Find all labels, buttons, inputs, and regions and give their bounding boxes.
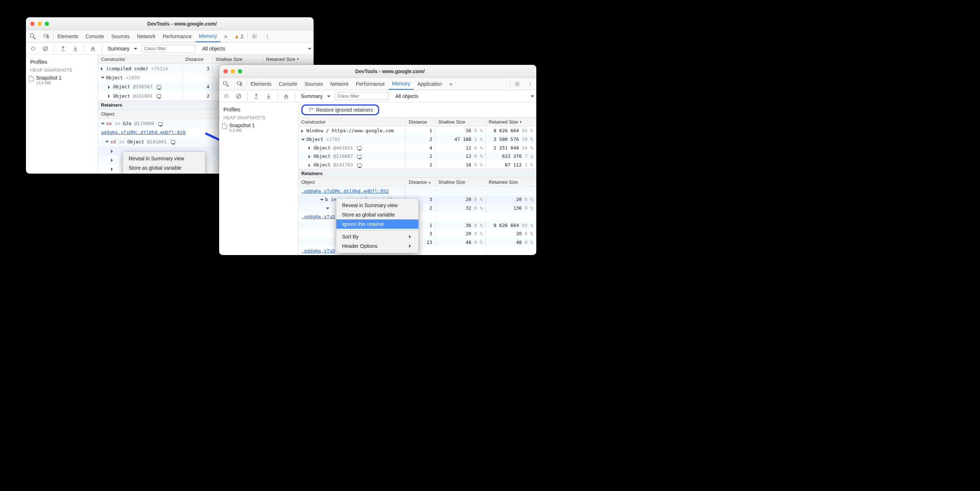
expand-icon[interactable]	[309, 155, 312, 159]
minimize-icon[interactable]	[231, 69, 235, 73]
issues-warning[interactable]: ▲2	[231, 30, 247, 42]
collapse-icon[interactable]	[101, 123, 105, 126]
record-icon[interactable]	[28, 44, 38, 54]
objects-mode-label: All objects	[202, 46, 225, 51]
tab-network[interactable]: Network	[326, 78, 352, 90]
inspect-icon[interactable]	[219, 78, 233, 90]
class-filter-input[interactable]	[142, 44, 196, 52]
device-toggle-icon[interactable]	[40, 30, 53, 42]
col-retained[interactable]: Retained Size	[263, 55, 313, 64]
expand-icon[interactable]	[111, 149, 115, 153]
clear-icon[interactable]	[40, 44, 51, 54]
col-shallow[interactable]: Shallow Size	[435, 118, 486, 126]
record-icon[interactable]	[221, 91, 231, 101]
expand-icon[interactable]	[108, 94, 112, 98]
expand-icon[interactable]	[111, 159, 115, 162]
tab-performance[interactable]: Performance	[159, 30, 195, 42]
ctx-ignore-retainer[interactable]: Ignore this retainer	[336, 219, 418, 229]
constructor-row[interactable]: Object @241763 2 16 0 % 87 112 1 %	[298, 160, 536, 169]
objects-mode-select[interactable]: All objects	[200, 46, 228, 51]
col-constructor[interactable]: Constructor	[98, 55, 182, 64]
overflow-tabs-icon[interactable]: »	[221, 30, 231, 42]
overflow-tabs-icon[interactable]: »	[446, 78, 456, 90]
collapse-icon[interactable]	[320, 199, 324, 202]
minimize-icon[interactable]	[38, 22, 42, 26]
ctx-reveal-summary[interactable]: Reveal in Summary view	[336, 201, 418, 210]
tab-network[interactable]: Network	[134, 30, 159, 42]
snapshot-item[interactable]: Snapshot 1 13.6 MB	[26, 73, 98, 86]
kebab-menu-icon[interactable]: ⋮	[524, 78, 536, 90]
constructor-row[interactable]: Object @216867 2 12 0 % 622 376 7 %	[298, 152, 536, 160]
ctx-header-options[interactable]: Header Options	[336, 242, 418, 251]
ctx-sort-by[interactable]: Sort By	[336, 232, 418, 242]
tab-elements[interactable]: Elements	[247, 78, 275, 90]
kebab-menu-icon[interactable]: ⋮	[261, 30, 274, 42]
tab-console[interactable]: Console	[275, 78, 301, 90]
tab-sources[interactable]: Sources	[108, 30, 134, 42]
col-retained[interactable]: Retained Size	[486, 118, 536, 126]
objects-mode-select[interactable]: All objects	[393, 93, 421, 99]
restore-label: Restore ignored retainers	[316, 107, 373, 113]
restore-ignored-retainers-button[interactable]: Restore ignored retainers	[301, 105, 379, 115]
tab-performance[interactable]: Performance	[352, 78, 388, 90]
expand-icon[interactable]	[111, 167, 115, 171]
import-icon[interactable]	[264, 91, 274, 101]
constructor-row[interactable]: Object ×1782 2 47 188 1 % 3 580 576 39 %	[298, 135, 536, 144]
export-icon[interactable]	[58, 44, 68, 54]
col-shallow[interactable]: Shallow Size	[213, 55, 263, 64]
retainer-link-row[interactable]: ,qddgKe,sTsDMc,dtl0hd,eHDfl:952	[298, 187, 536, 195]
tab-sources[interactable]: Sources	[301, 78, 326, 90]
zoom-icon[interactable]	[238, 69, 242, 73]
close-icon[interactable]	[223, 69, 228, 73]
expand-icon[interactable]	[301, 129, 305, 133]
ctx-store-global[interactable]: Store as global variable	[336, 210, 418, 219]
expand-icon[interactable]	[101, 67, 105, 71]
col-constructor[interactable]: Constructor	[298, 118, 406, 126]
collapse-icon[interactable]	[326, 208, 329, 211]
col-object[interactable]: Object	[298, 178, 406, 186]
collapse-icon[interactable]	[105, 141, 109, 145]
col-shallow[interactable]: Shallow Size	[435, 178, 486, 186]
titlebar[interactable]: DevTools - www.google.com/	[219, 65, 536, 78]
view-mode-select[interactable]: Summary	[299, 93, 332, 99]
tab-console[interactable]: Console	[82, 30, 107, 42]
chevron-down-icon[interactable]	[305, 46, 312, 51]
context-menu[interactable]: Reveal in Summary view Store as global v…	[123, 151, 205, 174]
chevron-down-icon[interactable]	[528, 93, 534, 99]
expand-icon[interactable]	[309, 164, 312, 167]
col-distance[interactable]: Distance	[406, 178, 435, 186]
gc-icon[interactable]	[88, 44, 98, 54]
tab-elements[interactable]: Elements	[54, 30, 82, 42]
titlebar[interactable]: DevTools - www.google.com/	[26, 17, 313, 30]
context-menu[interactable]: Reveal in Summary view Store as global v…	[336, 198, 419, 253]
ctx-reveal-summary[interactable]: Reveal in Summary view	[123, 154, 205, 163]
device-toggle-icon[interactable]	[233, 78, 247, 90]
clear-icon[interactable]	[234, 91, 243, 101]
collapse-icon[interactable]	[301, 139, 305, 142]
tab-memory[interactable]: Memory	[388, 78, 414, 90]
zoom-icon[interactable]	[45, 22, 49, 26]
class-filter-input[interactable]	[335, 92, 389, 100]
export-icon[interactable]	[251, 91, 261, 101]
ctx-store-global[interactable]: Store as global variable	[123, 163, 205, 173]
expand-icon[interactable]	[309, 146, 312, 150]
close-icon[interactable]	[30, 22, 35, 26]
view-mode-select[interactable]: Summary	[106, 46, 140, 51]
settings-icon[interactable]	[248, 30, 261, 42]
tab-application[interactable]: Application	[414, 78, 446, 90]
import-icon[interactable]	[70, 44, 80, 54]
constructor-row[interactable]: Object @461651 4 12 0 % 2 251 048 24 %	[298, 143, 536, 152]
constructor-row[interactable]: Window / https://www.google.com 1 36 0 %…	[298, 126, 536, 135]
snapshot-item[interactable]: Snapshot 1 9.3 MB	[219, 121, 298, 134]
settings-icon[interactable]	[511, 78, 524, 90]
traffic-lights[interactable]	[223, 69, 242, 73]
tab-memory[interactable]: Memory	[195, 30, 221, 42]
expand-icon[interactable]	[108, 85, 112, 89]
inspect-icon[interactable]	[26, 30, 40, 42]
col-retained[interactable]: Retained Size	[486, 178, 536, 186]
gc-icon[interactable]	[281, 91, 291, 101]
col-distance[interactable]: Distance	[406, 118, 435, 126]
col-distance[interactable]: Distance	[182, 55, 213, 64]
traffic-lights[interactable]	[30, 22, 49, 26]
collapse-icon[interactable]	[101, 77, 105, 80]
